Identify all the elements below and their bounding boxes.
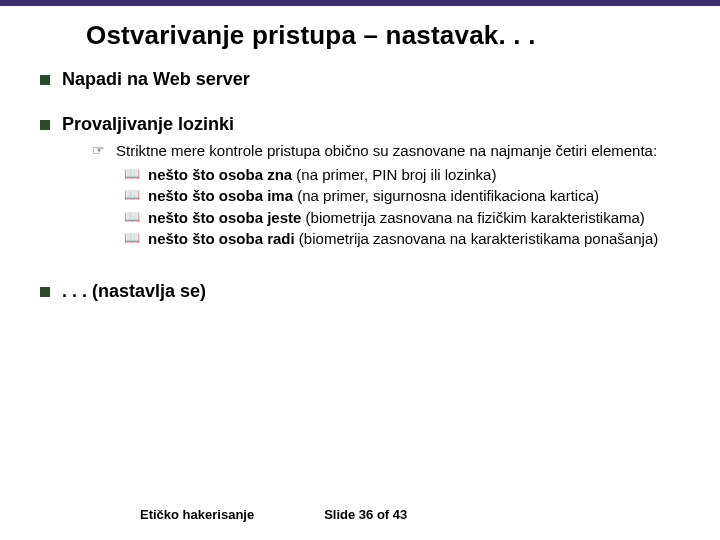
level3-text: nešto što osoba jeste (biometrija zasnov…: [148, 208, 645, 228]
bullet-level1: Provaljivanje lozinki ☞ Striktne mere ko…: [40, 114, 696, 251]
slide-footer: Etičko hakerisanje Slide 36 of 43: [0, 507, 720, 522]
square-bullet-icon: [40, 120, 50, 130]
bullet-level1: . . . (nastavlja se): [40, 281, 696, 302]
level1-text: . . . (nastavlja se): [62, 281, 206, 302]
level3-text: nešto što osoba radi (biometrija zasnova…: [148, 229, 658, 249]
footer-left-text: Etičko hakerisanje: [140, 507, 254, 522]
bullet-level3: 📖 nešto što osoba zna (na primer, PIN br…: [124, 165, 696, 185]
book-icon: 📖: [124, 188, 142, 201]
slide-content: Napadi na Web server Provaljivanje lozin…: [40, 69, 696, 302]
bullet-level3: 📖 nešto što osoba jeste (biometrija zasn…: [124, 208, 696, 228]
footer-slide-number: Slide 36 of 43: [324, 507, 407, 522]
level1-text: Provaljivanje lozinki: [62, 114, 696, 135]
slide-title: Ostvarivanje pristupa – nastavak. . .: [86, 20, 720, 51]
square-bullet-icon: [40, 287, 50, 297]
book-icon: 📖: [124, 231, 142, 244]
level1-text: Napadi na Web server: [62, 69, 250, 90]
top-accent-bar: [0, 0, 720, 6]
square-bullet-icon: [40, 75, 50, 85]
bullet-level3: 📖 nešto što osoba ima (na primer, sigurn…: [124, 186, 696, 206]
book-icon: 📖: [124, 167, 142, 180]
bullet-level3: 📖 nešto što osoba radi (biometrija zasno…: [124, 229, 696, 249]
level2-text: Striktne mere kontrole pristupa obično s…: [116, 141, 657, 161]
slide: Ostvarivanje pristupa – nastavak. . . Na…: [0, 0, 720, 540]
bullet-level2: ☞ Striktne mere kontrole pristupa obično…: [92, 141, 696, 161]
bullet-level1: Napadi na Web server: [40, 69, 696, 90]
level3-text: nešto što osoba ima (na primer, sigurnos…: [148, 186, 599, 206]
pointing-hand-icon: ☞: [92, 143, 108, 157]
book-icon: 📖: [124, 210, 142, 223]
level3-text: nešto što osoba zna (na primer, PIN broj…: [148, 165, 496, 185]
